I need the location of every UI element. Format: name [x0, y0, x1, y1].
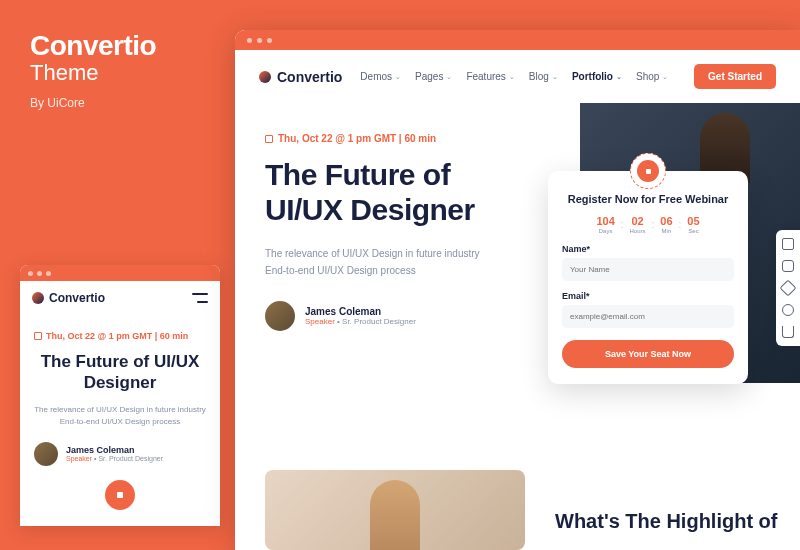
author-name: James Coleman	[66, 445, 163, 455]
webinar-registration-card: Register Now for Free Webinar 104Days : …	[548, 171, 748, 384]
get-started-button[interactable]: Get Started	[694, 64, 776, 89]
event-heading: The Future of UI/UX Designer	[265, 158, 495, 227]
mobile-window-chrome	[20, 265, 220, 281]
calendar-icon	[34, 332, 42, 340]
avatar	[34, 442, 58, 466]
nav-item-portfolio[interactable]: Portfolio⌄	[572, 71, 622, 82]
event-date: Thu, Oct 22 @ 1 pm GMT | 60 min	[34, 331, 206, 341]
gallery-icon[interactable]	[782, 238, 794, 250]
author-block: James Coleman Speaker • Sr. Product Desi…	[34, 442, 206, 466]
mobile-preview-window: Convertio Thu, Oct 22 @ 1 pm GMT | 60 mi…	[20, 265, 220, 526]
nav-item-features[interactable]: Features⌄	[466, 71, 514, 82]
highlight-heading: What's The Highlight of	[555, 470, 778, 550]
logo-mark-icon	[32, 292, 44, 304]
feature-image	[265, 470, 525, 550]
calendar-icon	[265, 135, 273, 143]
heart-icon[interactable]	[782, 304, 794, 316]
author-name: James Coleman	[305, 306, 416, 317]
email-label: Email*	[562, 291, 734, 301]
brand-name: Convertio	[277, 69, 342, 85]
countdown-hours: 02Hours	[630, 215, 646, 234]
brand-name: Convertio	[49, 291, 105, 305]
name-field-group: Name*	[562, 244, 734, 281]
avatar	[265, 301, 295, 331]
author-block: James Coleman Speaker • Sr. Product Desi…	[265, 301, 495, 331]
countdown-days: 104Days	[596, 215, 614, 234]
register-badge-icon	[630, 153, 666, 189]
window-dot-icon	[37, 271, 42, 276]
author-role: Speaker • Sr. Product Designer	[66, 455, 163, 462]
countdown-min: 06Min	[660, 215, 672, 234]
mobile-header: Convertio	[20, 281, 220, 315]
desktop-header: Convertio Demos⌄ Pages⌄ Features⌄ Blog⌄ …	[235, 50, 800, 103]
webinar-card-title: Register Now for Free Webinar	[562, 193, 734, 205]
tag-icon[interactable]	[780, 280, 797, 297]
nav-item-shop[interactable]: Shop⌄	[636, 71, 668, 82]
email-field-group: Email*	[562, 291, 734, 328]
countdown-sec: 05Sec	[687, 215, 699, 234]
chevron-down-icon: ⌄	[616, 73, 622, 81]
event-description: The relevance of UI/UX Design in future …	[265, 245, 495, 279]
logo-mark-icon	[259, 71, 271, 83]
window-dot-icon	[247, 38, 252, 43]
event-date-text: Thu, Oct 22 @ 1 pm GMT | 60 min	[278, 133, 436, 144]
side-toolbar	[776, 230, 800, 346]
nav-item-pages[interactable]: Pages⌄	[415, 71, 452, 82]
brand-logo[interactable]: Convertio	[32, 291, 105, 305]
chevron-down-icon: ⌄	[446, 73, 452, 81]
promo-title: Convertio	[30, 30, 220, 62]
event-heading: The Future of UI/UX Designer	[34, 351, 206, 394]
promo-subtitle: Theme	[30, 60, 220, 86]
promo-sidebar: Convertio Theme By UiCore	[30, 30, 220, 110]
name-input[interactable]	[562, 258, 734, 281]
author-info: James Coleman Speaker • Sr. Product Desi…	[66, 445, 163, 462]
author-role: Speaker • Sr. Product Designer	[305, 317, 416, 326]
chevron-down-icon: ⌄	[662, 73, 668, 81]
brand-logo[interactable]: Convertio	[259, 69, 342, 85]
main-nav: Demos⌄ Pages⌄ Features⌄ Blog⌄ Portfolio⌄…	[360, 71, 668, 82]
window-dot-icon	[257, 38, 262, 43]
desktop-preview-window: Convertio Demos⌄ Pages⌄ Features⌄ Blog⌄ …	[235, 30, 800, 550]
cart-icon[interactable]	[782, 326, 794, 338]
person-image	[370, 480, 420, 550]
nav-item-demos[interactable]: Demos⌄	[360, 71, 401, 82]
chevron-down-icon: ⌄	[552, 73, 558, 81]
mobile-content: Thu, Oct 22 @ 1 pm GMT | 60 min The Futu…	[20, 315, 220, 526]
event-description: The relevance of UI/UX Design in future …	[34, 404, 206, 428]
promo-author: By UiCore	[30, 96, 220, 110]
desktop-content: Thu, Oct 22 @ 1 pm GMT | 60 min The Futu…	[235, 103, 800, 331]
bottom-section: What's The Highlight of	[265, 470, 800, 550]
chevron-down-icon: ⌄	[509, 73, 515, 81]
hero-right-column: Register Now for Free Webinar 104Days : …	[515, 123, 800, 331]
chat-icon[interactable]	[782, 260, 794, 272]
event-date-text: Thu, Oct 22 @ 1 pm GMT | 60 min	[46, 331, 188, 341]
chevron-down-icon: ⌄	[395, 73, 401, 81]
author-info: James Coleman Speaker • Sr. Product Desi…	[305, 306, 416, 326]
window-dot-icon	[46, 271, 51, 276]
countdown-timer: 104Days : 02Hours : 06Min : 05Sec	[562, 215, 734, 234]
event-date: Thu, Oct 22 @ 1 pm GMT | 60 min	[265, 133, 495, 144]
email-input[interactable]	[562, 305, 734, 328]
register-badge-icon[interactable]	[105, 480, 135, 510]
nav-item-blog[interactable]: Blog⌄	[529, 71, 558, 82]
hero-left-column: Thu, Oct 22 @ 1 pm GMT | 60 min The Futu…	[265, 123, 495, 331]
window-dot-icon	[28, 271, 33, 276]
save-seat-button[interactable]: Save Your Seat Now	[562, 340, 734, 368]
desktop-window-chrome	[235, 30, 800, 50]
hamburger-menu-icon[interactable]	[192, 293, 208, 303]
name-label: Name*	[562, 244, 734, 254]
window-dot-icon	[267, 38, 272, 43]
